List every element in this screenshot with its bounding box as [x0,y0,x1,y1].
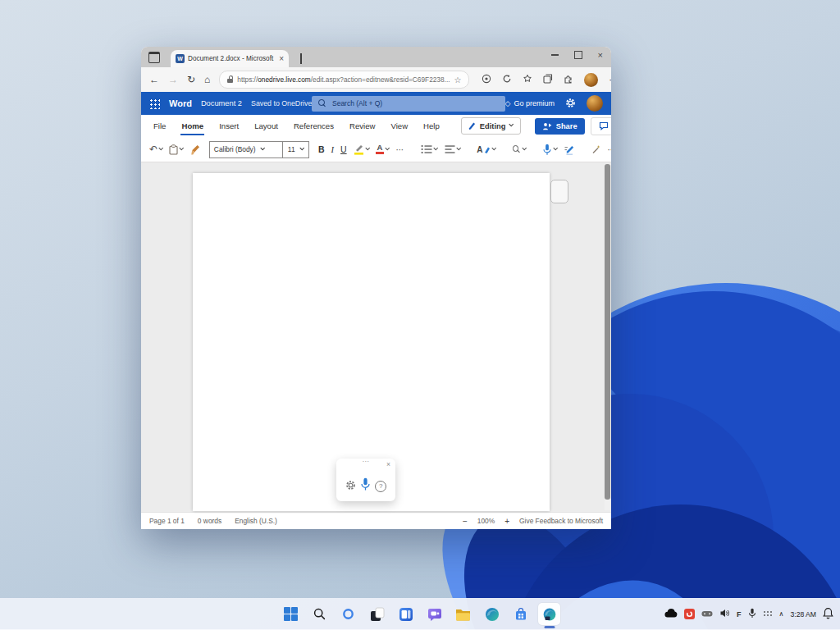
menu-file[interactable]: File [153,116,167,135]
settings-gear-icon[interactable] [565,98,576,110]
task-view-button[interactable] [366,603,388,625]
search-icon [313,608,326,620]
menu-view[interactable]: View [390,116,409,135]
feedback-link[interactable]: Give Feedback to Microsoft [519,517,603,525]
undo-button[interactable]: ↶ [149,144,162,155]
tab-actions-icon[interactable] [148,52,160,63]
network-icon[interactable] [763,609,773,619]
tray-red-app-icon[interactable] [684,609,695,619]
volume-icon[interactable] [719,608,730,620]
pencil-icon [468,121,476,130]
alignment-button[interactable] [445,144,460,154]
transform-wand-button[interactable] [591,144,601,154]
underline-button[interactable]: U [340,144,347,154]
minimize-button[interactable] [551,54,559,55]
sync-icon[interactable] [502,74,512,85]
chat-button[interactable] [423,603,445,625]
menu-references[interactable]: References [293,116,335,135]
file-explorer-button[interactable] [452,603,474,625]
favorite-star-icon[interactable]: ☆ [454,75,462,84]
language-indicator[interactable]: English (U.S.) [235,517,277,525]
share-button[interactable]: Share [535,118,585,135]
comments-button[interactable]: Comments [591,117,611,135]
widgets-button[interactable] [395,603,417,625]
bullets-button[interactable] [421,144,437,154]
find-button[interactable] [513,145,526,153]
save-status[interactable]: Saved to OneDrive [251,99,319,107]
margin-comment-button[interactable] [550,180,568,203]
more-font-options-icon[interactable]: ⋯ [395,145,404,154]
refresh-icon[interactable]: ↻ [187,74,195,85]
back-icon[interactable]: ← [149,74,159,85]
word-brand[interactable]: Word [169,98,192,108]
font-size-select[interactable]: 11 [283,145,308,153]
font-name-select[interactable]: Calibri (Body) [210,145,282,153]
search-button[interactable] [308,603,331,625]
go-premium-button[interactable]: ◇ Go premium [505,99,555,107]
menu-review[interactable]: Review [349,116,376,135]
forward-icon[interactable]: → [168,74,178,85]
hidden-icons-chevron[interactable]: ∧ [779,610,784,618]
game-bar-icon[interactable] [701,609,713,619]
browser-menu-icon[interactable]: ⋯ [609,75,611,85]
page-count[interactable]: Page 1 of 1 [149,517,185,525]
app-launcher-icon[interactable] [149,98,160,109]
browser-titlebar: W Document 2.docx - Microsoft × × [141,47,611,67]
document-canvas-area: ⋯ × ? [141,162,611,512]
editor-button[interactable] [564,144,575,155]
format-painter-button[interactable] [190,144,200,155]
cortana-button[interactable] [337,603,359,625]
extensions-icon[interactable] [564,74,573,85]
editing-mode-button[interactable]: Editing [461,117,521,135]
paste-button[interactable] [169,144,183,155]
menu-help[interactable]: Help [422,116,441,135]
document-scrollbar[interactable] [605,164,610,510]
notification-bell-icon[interactable] [823,607,833,621]
document-title[interactable]: Document 2 [201,99,242,107]
menu-layout[interactable]: Layout [253,116,279,135]
tab-close-icon[interactable]: × [279,55,284,63]
windows-logo-icon [284,607,298,621]
bullet-list-icon [421,144,432,154]
start-button[interactable] [280,603,302,625]
bold-button[interactable]: B [318,144,325,154]
pen-input-icon[interactable]: F [737,610,742,619]
clock[interactable]: 3:28 AM [790,610,816,619]
edge-button[interactable] [481,603,503,625]
highlight-button[interactable] [354,144,369,155]
edge-active-icon [542,607,557,622]
restore-button[interactable] [574,51,582,59]
menu-home[interactable]: Home [180,116,204,135]
active-edge-window-button[interactable] [538,603,560,625]
account-avatar[interactable] [587,95,603,112]
browser-profile-avatar[interactable] [584,73,598,87]
address-bar[interactable]: https://onedrive.live.com/edit.aspx?acti… [219,71,469,89]
home-icon[interactable]: ⌂ [204,74,210,85]
lock-icon [227,79,233,84]
dictation-close-icon[interactable]: × [386,461,390,468]
dictation-help-icon[interactable]: ? [375,481,386,492]
styles-button[interactable]: A [477,145,496,154]
more-ribbon-options-icon[interactable]: ⋯ [608,145,611,154]
dictation-settings-gear-icon[interactable] [345,479,356,494]
close-button[interactable]: × [598,51,603,59]
collections-icon[interactable] [543,74,553,85]
tray-mic-icon[interactable] [748,608,756,620]
extension-icon[interactable] [482,74,491,85]
word-search-box[interactable]: Search (Alt + Q) [312,96,505,112]
browser-tab[interactable]: W Document 2.docx - Microsoft × [171,50,289,67]
zoom-level[interactable]: 100% [477,517,495,525]
italic-button[interactable]: I [331,145,335,154]
zoom-out-button[interactable]: − [463,517,468,526]
store-button[interactable] [509,603,532,625]
menu-insert[interactable]: Insert [218,116,240,135]
favorites-icon[interactable] [523,74,532,85]
font-color-button[interactable]: A [376,144,389,153]
zoom-in-button[interactable]: + [504,517,509,526]
cortana-ring-icon [342,608,354,620]
dictation-mic-icon[interactable] [360,477,371,495]
onedrive-cloud-icon[interactable] [664,609,678,619]
scrollbar-thumb[interactable] [605,164,610,500]
dictate-button[interactable] [542,144,557,156]
word-count[interactable]: 0 words [198,517,221,525]
